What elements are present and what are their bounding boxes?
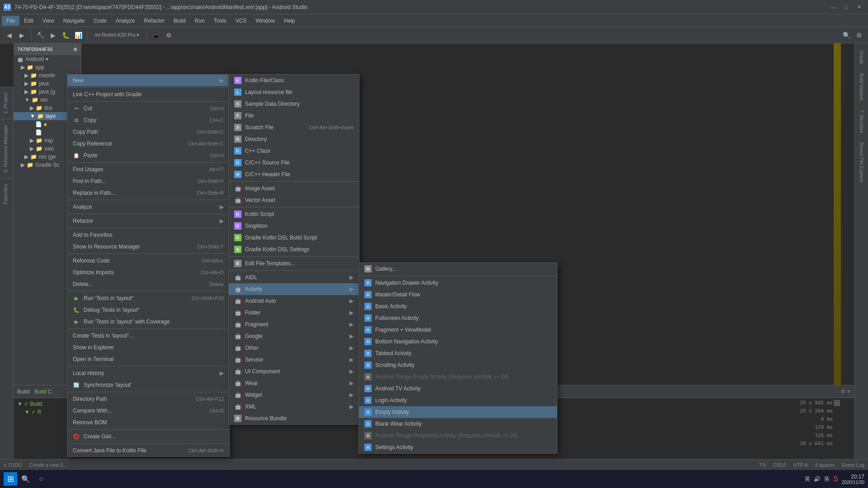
ctx-new-activity[interactable]: 🤖 Activity ▶	[229, 283, 359, 295]
menu-refactor[interactable]: Refactor	[140, 16, 169, 26]
ctx-new-wear[interactable]: 🤖 Wear ▶	[229, 377, 359, 389]
ctx-act-fullscreen[interactable]: A Fullscreen Activity	[359, 312, 557, 324]
toolbar-build-btn[interactable]: 🔨	[35, 30, 46, 41]
ctx-run-tests[interactable]: ▶ Run 'Tests in 'layout'' Ctrl+Shift+F10	[67, 292, 229, 304]
ctx-create-tests[interactable]: Create 'Tests in 'layout''...	[67, 330, 229, 342]
build-gear-icon[interactable]: ⚙ ✕	[841, 389, 851, 394]
search-taskbar-btn[interactable]: 🔍	[19, 472, 33, 486]
menu-build[interactable]: Build	[169, 16, 190, 26]
ctx-act-gallery[interactable]: G Gallery...	[359, 263, 557, 275]
ctx-new-kotlin[interactable]: K Kotlin File/Class	[229, 75, 359, 86]
ctx-new-aidl[interactable]: 🤖 AIDL ▶	[229, 272, 359, 283]
ctx-new-layout[interactable]: L Layout resource file	[229, 86, 359, 98]
maximize-button[interactable]: □	[841, 3, 852, 12]
ctx-local-history[interactable]: Local History ▶	[67, 367, 229, 379]
ctx-replace-in-path[interactable]: Replace in Path... Ctrl+Shift+R	[67, 187, 229, 199]
ctx-act-blank-wear[interactable]: A Blank Wear Activity	[359, 418, 557, 430]
ctx-new-cpp-class[interactable]: C C++ Class	[229, 145, 359, 157]
ctx-cut[interactable]: ✂ Cut Ctrl+X	[67, 103, 229, 114]
ctx-optimize-imports[interactable]: Optimize Imports Ctrl+Alt+O	[67, 267, 229, 278]
ctx-find-usages[interactable]: Find Usages Alt+F7	[67, 164, 229, 175]
ctx-new-folder[interactable]: 🤖 Folder ▶	[229, 307, 359, 319]
ctx-act-android-tv[interactable]: A Android TV Activity	[359, 383, 557, 394]
menu-help[interactable]: Help	[279, 16, 300, 26]
ctx-new-resource-bundle[interactable]: B Resource Bundle	[229, 413, 359, 424]
ctx-new-scratch[interactable]: S Scratch File Ctrl+Alt+Shift+Insert	[229, 122, 359, 133]
ctx-new-cpp-header[interactable]: H C/C++ Header File	[229, 169, 359, 180]
ctx-act-nav-drawer[interactable]: A Navigation Drawer Activity	[359, 277, 557, 289]
ctx-act-master-detail[interactable]: A Master/Detail Flow	[359, 289, 557, 300]
menu-analyze[interactable]: Analyze	[111, 16, 140, 26]
menu-file[interactable]: File	[2, 16, 19, 26]
vtab-resource[interactable]: 2: Resource Manager	[0, 119, 13, 178]
vtab-favorites[interactable]: Favorites	[0, 178, 13, 210]
cortana-btn[interactable]: ○	[34, 472, 48, 486]
tree-app[interactable]: ▶ 📁 app	[14, 63, 81, 71]
menu-run[interactable]: Run	[190, 16, 209, 26]
ctx-new-google[interactable]: 🤖 Google ▶	[229, 330, 359, 342]
device-selector[interactable]: mi Redmi K20 Pro ▾	[91, 32, 143, 38]
ctx-show-resource-mgr[interactable]: Show In Resource Manager Ctrl+Shift+T	[67, 241, 229, 253]
minimize-button[interactable]: —	[828, 3, 839, 12]
ctx-show-explorer[interactable]: Show in Explorer	[67, 342, 229, 353]
menu-tools[interactable]: Tools	[209, 16, 231, 26]
ctx-reformat[interactable]: Reformat Code Ctrl+Alt+L	[67, 255, 229, 267]
ctx-convert-kotlin[interactable]: Convert Java File to Kotlin File Ctrl+Al…	[67, 445, 229, 456]
ctx-new-other[interactable]: 🤖 Other ▶	[229, 342, 359, 354]
ctx-refactor[interactable]: Refactor ▶	[67, 215, 229, 227]
ctx-analyze[interactable]: Analyze ▶	[67, 201, 229, 213]
status-todo[interactable]: ≡ TODO	[4, 462, 22, 468]
ctx-remove-bom[interactable]: Remove BOM	[67, 417, 229, 428]
ctx-copy-ref[interactable]: Copy Reference Ctrl+Alt+Shift+C	[67, 138, 229, 150]
toolbar-search-btn[interactable]: 🔍	[841, 30, 852, 41]
tree-android[interactable]: 🤖 Android ▾	[14, 55, 81, 63]
status-create-new[interactable]: Create a new E...	[29, 462, 68, 468]
ctx-act-tabbed[interactable]: A Tabbed Activity	[359, 347, 557, 359]
ctx-new-singleton[interactable]: K Singleton	[229, 220, 359, 232]
ctx-synchronize[interactable]: 🔄 Synchronize 'layout'	[67, 379, 229, 391]
ctx-link-cpp[interactable]: Link C++ Project with Gradle	[67, 89, 229, 100]
menu-navigate[interactable]: Navigate	[59, 16, 89, 26]
toolbar-sdk-btn[interactable]: ⚙	[163, 30, 174, 41]
toolbar-debug-btn[interactable]: 🐛	[60, 30, 71, 41]
menu-view[interactable]: View	[38, 16, 59, 26]
toolbar-forward-btn[interactable]: ▶	[16, 30, 27, 41]
menu-edit[interactable]: Edit	[19, 16, 38, 26]
ctx-new-vector-asset[interactable]: 🤖 Vector Asset	[229, 194, 359, 206]
ctx-create-gist[interactable]: ⭕ Create Gist...	[67, 431, 229, 442]
toolbar-back-btn[interactable]: ◀	[4, 30, 14, 41]
ctx-act-scrolling[interactable]: A Scrolling Activity	[359, 359, 557, 371]
toolbar-settings-btn[interactable]: ⚙	[854, 30, 864, 41]
ctx-new-cpp-source[interactable]: C C/C++ Source File	[229, 157, 359, 169]
ctx-new-dir[interactable]: D Directory	[229, 133, 359, 145]
ctx-new-sample-data[interactable]: S Sample Data Directory	[229, 98, 359, 110]
ctx-debug-tests[interactable]: 🐛 Debug 'Tests in 'layout''	[67, 304, 229, 316]
ctx-act-bottom-nav[interactable]: A Bottom Navigation Activity	[359, 336, 557, 347]
event-log-link[interactable]: Event Log	[842, 462, 864, 468]
ctx-act-fragment-viewmodel[interactable]: A Fragment + ViewModel	[359, 324, 557, 336]
ctx-delete[interactable]: Delete... Delete	[67, 278, 229, 290]
rvtab-gradle[interactable]: Gradle	[857, 47, 866, 68]
ctx-new-fragment[interactable]: 🤖 Fragment ▶	[229, 319, 359, 330]
ctx-main-new[interactable]: New ▶	[67, 75, 229, 86]
toolbar-profile-btn[interactable]: 📊	[73, 30, 84, 41]
ctx-new-xml[interactable]: 🤖 XML ▶	[229, 401, 359, 413]
ctx-open-terminal[interactable]: Open in Terminal	[67, 353, 229, 365]
ctx-copy[interactable]: ⧉ Copy Ctrl+C	[67, 114, 229, 126]
ctx-copy-path[interactable]: Copy Path Ctrl+Shift+C	[67, 126, 229, 138]
ctx-new-file[interactable]: F File	[229, 110, 359, 122]
ctx-new-kotlin-script[interactable]: K Kotlin Script	[229, 208, 359, 220]
ctx-directory-path[interactable]: Directory Path Ctrl+Alt+F12	[67, 393, 229, 405]
menu-window[interactable]: Window	[251, 16, 279, 26]
ctx-act-basic[interactable]: A Basic Activity	[359, 300, 557, 312]
ctx-run-coverage[interactable]: ▶ Run 'Tests in 'layout'' with Coverage	[67, 316, 229, 328]
toolbar-avd-btn[interactable]: 📱	[151, 30, 161, 41]
menu-code[interactable]: Code	[89, 16, 111, 26]
ctx-new-image-asset[interactable]: 🤖 Image Asset	[229, 183, 359, 194]
start-button[interactable]: ⊞	[4, 472, 17, 486]
ctx-add-favorites[interactable]: Add to Favorites	[67, 229, 229, 241]
ctx-new-android-auto[interactable]: 🤖 Android Auto ▶	[229, 295, 359, 307]
ctx-new-ui-component[interactable]: 🤖 UI Component ▶	[229, 366, 359, 377]
rvtab-structure[interactable]: 7: Structure	[857, 106, 866, 137]
ctx-new-gradle-build[interactable]: G Gradle Kotlin DSL Build Script	[229, 232, 359, 244]
